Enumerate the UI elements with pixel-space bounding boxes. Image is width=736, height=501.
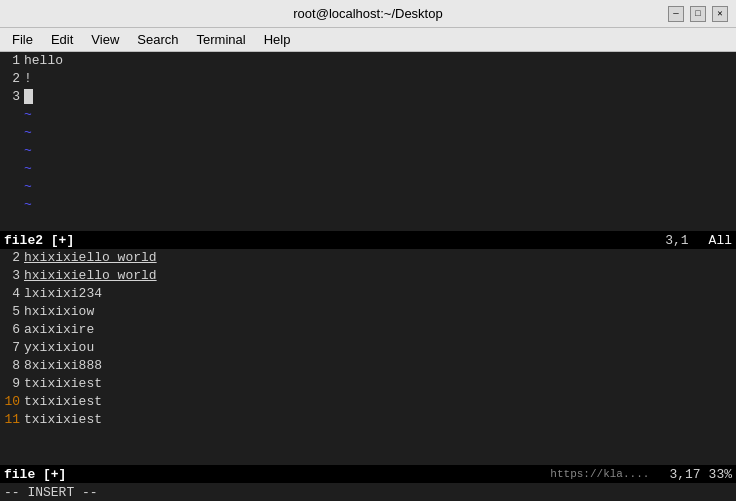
tilde-content: ~ [24, 142, 32, 160]
tilde-num [0, 124, 24, 142]
line-content: axixixire [24, 321, 94, 339]
tilde-content: ~ [24, 124, 32, 142]
line-content: txixixiest [24, 393, 102, 411]
lower-vim-pane: 2hxixixiello world3hxixixiello world4lxi… [0, 249, 736, 465]
tilde-line: ~ [0, 196, 736, 214]
bottom-status-bar: file [+] https://kla.... 3,17 33% [0, 465, 736, 483]
line-number: 3 [0, 88, 24, 106]
tilde-content: ~ [24, 106, 32, 124]
line-number: 2 [0, 249, 24, 267]
line-content [24, 88, 33, 106]
line-content: txixixiest [24, 411, 102, 429]
menu-item-view[interactable]: View [83, 30, 127, 49]
table-row: 2hxixixiello world [0, 249, 736, 267]
menu-item-help[interactable]: Help [256, 30, 299, 49]
url-hint: https://kla.... [550, 468, 649, 480]
maximize-button[interactable]: □ [690, 6, 706, 22]
menu-bar: FileEditViewSearchTerminalHelp [0, 28, 736, 52]
line-number: 7 [0, 339, 24, 357]
tilde-num [0, 160, 24, 178]
bottom-position: 3,17 [669, 467, 700, 482]
upper-vim-pane: 1hello2!3~~~~~~ [0, 52, 736, 231]
close-button[interactable]: ✕ [712, 6, 728, 22]
terminal-area: 1hello2!3~~~~~~ file2 [+] 3,1 All 2hxixi… [0, 52, 736, 501]
line-number: 1 [0, 52, 24, 70]
table-row: 6axixixire [0, 321, 736, 339]
line-content: lxixixi234 [24, 285, 102, 303]
line-content: txixixiest [24, 375, 102, 393]
tilde-content: ~ [24, 196, 32, 214]
cursor [24, 89, 33, 104]
upper-scroll: All [709, 233, 732, 248]
tilde-num [0, 106, 24, 124]
line-number: 4 [0, 285, 24, 303]
table-row: 4lxixixi234 [0, 285, 736, 303]
menu-item-search[interactable]: Search [129, 30, 186, 49]
tilde-num [0, 178, 24, 196]
line-number: 2 [0, 70, 24, 88]
line-number: 6 [0, 321, 24, 339]
line-content: 8xixixi888 [24, 357, 102, 375]
tilde-line: ~ [0, 106, 736, 124]
upper-filename: file2 [+] [4, 233, 74, 248]
table-row: 9txixixiest [0, 375, 736, 393]
line-content: hxixixiello world [24, 267, 157, 285]
table-row: 3 [0, 88, 736, 106]
line-content: hxixixiow [24, 303, 94, 321]
tilde-line: ~ [0, 142, 736, 160]
menu-item-file[interactable]: File [4, 30, 41, 49]
table-row: 11txixixiest [0, 411, 736, 429]
window-controls[interactable]: — □ ✕ [668, 6, 728, 22]
line-number: 10 [0, 393, 24, 411]
table-row: 88xixixi888 [0, 357, 736, 375]
tilde-num [0, 142, 24, 160]
tilde-content: ~ [24, 160, 32, 178]
tilde-line: ~ [0, 124, 736, 142]
line-number: 3 [0, 267, 24, 285]
tilde-content: ~ [24, 178, 32, 196]
window-title: root@localhost:~/Desktop [68, 6, 668, 21]
title-bar: root@localhost:~/Desktop — □ ✕ [0, 0, 736, 28]
upper-status-bar: file2 [+] 3,1 All [0, 231, 736, 249]
table-row: 3hxixixiello world [0, 267, 736, 285]
line-content: hxixixiello world [24, 249, 157, 267]
line-number: 11 [0, 411, 24, 429]
tilde-line: ~ [0, 160, 736, 178]
tilde-num [0, 196, 24, 214]
bottom-filename: file [+] [4, 467, 66, 482]
line-number: 5 [0, 303, 24, 321]
insert-mode-text: -- INSERT -- [4, 485, 98, 500]
bottom-percent: 33% [709, 467, 732, 482]
line-number: 8 [0, 357, 24, 375]
table-row: 1hello [0, 52, 736, 70]
menu-item-terminal[interactable]: Terminal [189, 30, 254, 49]
line-number: 9 [0, 375, 24, 393]
line-content: yxixixiou [24, 339, 94, 357]
line-content: hello [24, 52, 63, 70]
line-content: ! [24, 70, 32, 88]
menu-item-edit[interactable]: Edit [43, 30, 81, 49]
minimize-button[interactable]: — [668, 6, 684, 22]
upper-position: 3,1 [665, 233, 688, 248]
table-row: 10txixixiest [0, 393, 736, 411]
tilde-line: ~ [0, 178, 736, 196]
table-row: 5hxixixiow [0, 303, 736, 321]
table-row: 2! [0, 70, 736, 88]
table-row: 7yxixixiou [0, 339, 736, 357]
insert-mode-line: -- INSERT -- [0, 483, 736, 501]
